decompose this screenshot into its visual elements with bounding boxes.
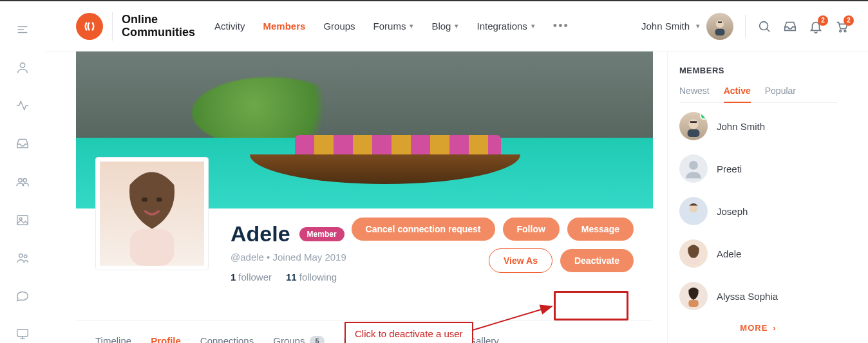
message-button[interactable]: Message (567, 218, 634, 241)
profile-handle: @adele (231, 252, 264, 263)
separator (745, 15, 746, 38)
profile-name: Adele (231, 221, 290, 246)
monitor-icon[interactable] (10, 326, 35, 343)
nav-blog[interactable]: Blog▾ (431, 21, 458, 32)
app-shell: Online Communities Activity Members Grou… (0, 1, 868, 343)
member-row-joseph[interactable]: Joseph (679, 197, 837, 225)
inbox-top-icon[interactable] (783, 19, 797, 33)
member-list: John Smith Preeti Joseph Adele (679, 112, 837, 310)
bell-badge: 2 (818, 15, 828, 26)
online-indicator-icon (700, 112, 708, 120)
svg-point-8 (19, 254, 23, 258)
tab-profile[interactable]: Profile (151, 335, 181, 343)
groups-icon[interactable] (10, 173, 35, 190)
tab-connections-label: Connections (200, 335, 254, 343)
svg-point-13 (716, 20, 724, 28)
following-label: following (299, 272, 337, 283)
svg-point-16 (760, 21, 768, 30)
tab-connections[interactable]: Connections (200, 335, 254, 343)
avatar (679, 239, 708, 268)
cancel-connection-button[interactable]: Cancel connection request (352, 218, 495, 241)
follow-button[interactable]: Follow (503, 218, 560, 241)
sidebar-tab-popular[interactable]: Popular (765, 86, 796, 102)
nav-groups[interactable]: Groups (323, 21, 355, 32)
profile-avatar[interactable] (95, 157, 209, 270)
annotation-label: Click to deactivate a user (344, 322, 473, 343)
action-row-2: View As Deactivate (489, 248, 634, 273)
svg-rect-33 (688, 300, 698, 307)
following-stat[interactable]: 11following (286, 272, 337, 283)
activity-icon[interactable] (10, 97, 35, 114)
content-area: Adele Member @adele • Joined May 2019 1f… (45, 51, 868, 343)
view-as-button[interactable]: View As (489, 248, 552, 273)
svg-point-19 (844, 30, 846, 32)
top-nav: Online Communities Activity Members Grou… (45, 1, 868, 51)
svg-rect-6 (17, 215, 28, 225)
member-name: Joseph (717, 206, 748, 217)
sidebar-more-link[interactable]: MORE › (679, 323, 837, 333)
svg-rect-29 (688, 214, 699, 222)
brand-line1: Online (122, 14, 195, 26)
svg-rect-14 (715, 28, 725, 35)
member-name: Preeti (717, 163, 742, 174)
tab-groups[interactable]: Groups5 (273, 335, 324, 343)
chevron-down-icon: ▾ (410, 22, 413, 30)
bell-icon[interactable]: 2 (809, 19, 823, 33)
chat-icon[interactable] (10, 288, 35, 305)
nav-blog-label: Blog (431, 21, 451, 32)
left-rail (0, 1, 45, 343)
member-row-preeti[interactable]: Preeti (679, 154, 837, 183)
tab-timeline-label: Timeline (95, 335, 131, 343)
svg-rect-10 (17, 329, 28, 337)
nav-links: Activity Members Groups Forums▾ Blog▾ In… (214, 19, 569, 33)
inbox-icon[interactable] (10, 135, 35, 153)
people-icon[interactable] (10, 249, 35, 266)
deactivate-button[interactable]: Deactivate (560, 249, 634, 272)
svg-point-4 (19, 179, 22, 183)
followers-count: 1 (231, 272, 236, 283)
groups-count-badge: 5 (310, 336, 324, 344)
svg-rect-26 (690, 121, 697, 123)
svg-rect-31 (688, 258, 699, 264)
chevron-down-icon: ▾ (455, 22, 458, 30)
svg-rect-23 (130, 229, 175, 266)
image-icon[interactable] (10, 211, 35, 228)
member-row-adele[interactable]: Adele (679, 239, 837, 268)
search-icon[interactable] (757, 19, 771, 33)
tab-timeline[interactable]: Timeline (95, 335, 131, 343)
brand[interactable]: Online Communities (76, 12, 195, 41)
user-menu[interactable]: John Smith ▾ (641, 13, 733, 40)
nav-more-icon[interactable]: ••• (553, 19, 569, 33)
nav-integrations[interactable]: Integrations▾ (476, 21, 534, 32)
sidebar-title: MEMBERS (679, 66, 837, 75)
member-row-alyssa[interactable]: Alyssa Sophia (679, 282, 837, 310)
cart-badge: 2 (844, 15, 854, 26)
nav-members[interactable]: Members (263, 21, 306, 32)
nav-forums-label: Forums (373, 21, 406, 32)
followers-stat[interactable]: 1follower (231, 272, 272, 283)
member-row-john[interactable]: John Smith (679, 112, 837, 140)
menu-icon[interactable] (10, 21, 35, 38)
brand-line2: Communities (122, 26, 195, 39)
cart-icon[interactable]: 2 (835, 19, 849, 33)
nav-forums[interactable]: Forums▾ (373, 21, 414, 32)
svg-point-21 (142, 198, 147, 202)
svg-line-17 (767, 28, 770, 32)
nav-members-label: Members (263, 21, 306, 32)
user-icon[interactable] (10, 59, 35, 76)
sidebar-tab-active[interactable]: Active (724, 86, 751, 102)
tab-groups-label: Groups (273, 335, 305, 343)
nav-activity[interactable]: Activity (214, 21, 245, 32)
sidebar-tab-newest[interactable]: Newest (679, 86, 710, 102)
followers-label: follower (238, 272, 272, 283)
svg-point-24 (688, 119, 698, 129)
avatar (679, 197, 708, 225)
profile-body: Adele Member @adele • Joined May 2019 1f… (76, 209, 653, 305)
avatar (679, 112, 708, 140)
brand-title: Online Communities (122, 14, 195, 39)
svg-point-3 (20, 62, 24, 67)
profile-joined: Joined May 2019 (273, 252, 346, 263)
avatar (679, 154, 708, 183)
brand-separator (112, 12, 113, 41)
svg-point-27 (689, 161, 698, 170)
